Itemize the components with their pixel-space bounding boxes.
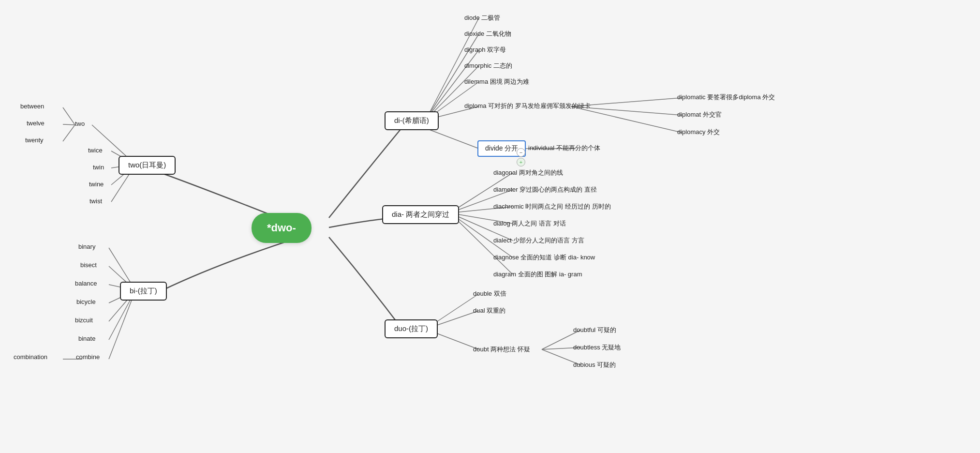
node-binary: binary: [78, 243, 95, 250]
node-twine: twine: [89, 181, 104, 188]
collapse-button[interactable]: −: [517, 148, 525, 157]
node-bicycle: bicycle: [76, 298, 96, 305]
node-between: between: [20, 103, 44, 110]
node-diploma: diploma 可对折的 罗马发给雇佣军颁发的绿卡: [464, 102, 591, 110]
node-dia-between: dia- 两者之间穿过: [382, 205, 459, 224]
expand-button[interactable]: +: [517, 158, 525, 166]
node-diameter: diameter 穿过圆心的两点构成的 直径: [493, 185, 597, 194]
node-twice: twice: [88, 147, 103, 154]
node-diode: diode 二极管: [464, 14, 500, 22]
di-greek-label: di-(希腊语): [394, 116, 429, 124]
svg-line-1: [63, 107, 75, 125]
node-diplomat: diplomat 外交官: [677, 110, 722, 119]
node-twelve: twelve: [27, 120, 45, 127]
node-dialect: dialect 少部分人之间的语言 方言: [493, 236, 584, 245]
node-dual: dual 双重的: [473, 306, 505, 315]
node-bi-latin: bi-(拉丁): [120, 282, 167, 301]
duo-label: duo-(拉丁): [394, 324, 428, 332]
node-dilemma: dilemma 困境 两边为难: [464, 77, 529, 86]
node-di-greek: di-(希腊语): [385, 111, 439, 130]
node-dioxide: dioxide 二氧化物: [464, 30, 511, 38]
node-two-label: two: [75, 120, 85, 127]
node-two-germanic: two(日耳曼): [119, 156, 176, 175]
node-diplomacy: diplomacy 外交: [677, 128, 720, 136]
node-twin: twin: [93, 164, 104, 171]
node-combination: combination: [14, 353, 47, 361]
node-diagram: diagram 全面的图 图解 ia- gram: [493, 270, 582, 279]
node-diplomatic: diplomatic 要签署很多diploma 外交: [677, 93, 775, 102]
node-twist: twist: [89, 197, 102, 205]
svg-line-3: [63, 125, 75, 141]
node-dubious: dubious 可疑的: [573, 361, 616, 369]
node-doubtless: doubtless 无疑地: [573, 343, 621, 352]
node-bisect: bisect: [80, 261, 97, 269]
node-diachromic: diachromic 时间两点之间 经历过的 历时的: [493, 202, 611, 211]
svg-line-2: [63, 124, 75, 125]
svg-line-25: [426, 128, 479, 149]
svg-line-24: [571, 106, 682, 133]
node-bizcuit: bizcuit: [75, 317, 93, 324]
dia-label: dia- 两者之间穿过: [392, 210, 449, 218]
node-dialog: dialog 两人之间 语言 对话: [493, 219, 566, 228]
node-diagnose: diagnose 全面的知道 诊断 dia- know: [493, 253, 595, 262]
node-doubtful: doubtful 可疑的: [573, 326, 616, 334]
svg-line-14: [109, 290, 135, 359]
node-duo-latin: duo-(拉丁): [385, 319, 438, 338]
node-double: double 双倍: [473, 289, 506, 298]
node-binate: binate: [78, 335, 95, 342]
bi-latin-label: bi-(拉丁): [130, 287, 157, 295]
node-digraph: digraph 双字母: [464, 45, 506, 54]
node-twenty: twenty: [25, 136, 44, 144]
two-germanic-label: two(日耳曼): [128, 161, 166, 169]
node-dimorphic: dimorphic 二态的: [464, 61, 512, 70]
node-balance: balance: [75, 280, 97, 287]
mindmap-container: *dwo- two(日耳曼) two between twelve twenty…: [0, 0, 980, 453]
node-combine: combine: [76, 353, 100, 361]
node-doubt: doubt 两种想法 怀疑: [473, 345, 530, 354]
center-node: *dwo-: [252, 213, 312, 243]
node-diagonal: diagonal 两对角之间的线: [493, 168, 563, 177]
center-label: *dwo-: [267, 222, 296, 234]
node-individual: individual 不能再分的个体: [528, 144, 600, 152]
